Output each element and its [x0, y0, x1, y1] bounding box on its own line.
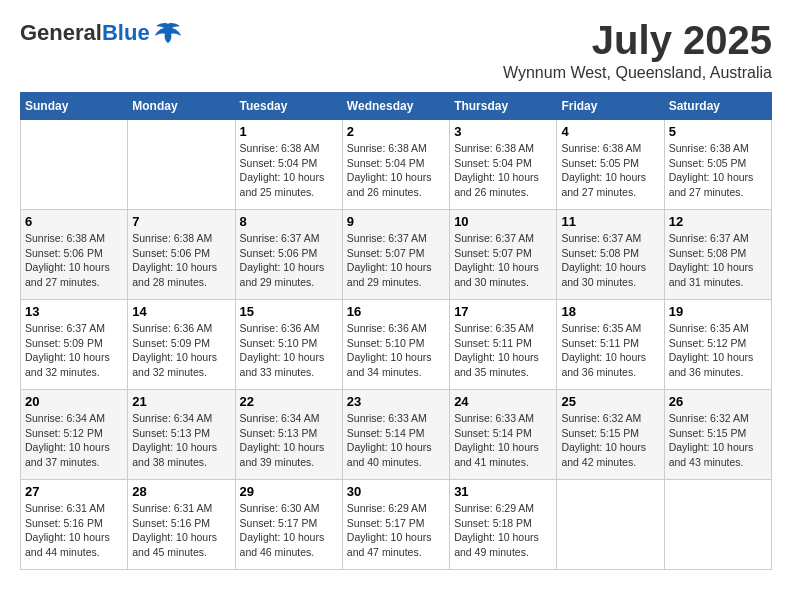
- day-info: Sunrise: 6:29 AM Sunset: 5:17 PM Dayligh…: [347, 501, 445, 560]
- month-year-title: July 2025: [503, 20, 772, 60]
- day-number: 27: [25, 484, 123, 499]
- day-info: Sunrise: 6:34 AM Sunset: 5:13 PM Dayligh…: [132, 411, 230, 470]
- day-number: 11: [561, 214, 659, 229]
- day-number: 10: [454, 214, 552, 229]
- day-number: 9: [347, 214, 445, 229]
- calendar-day-cell: [128, 120, 235, 210]
- calendar-day-cell: 23Sunrise: 6:33 AM Sunset: 5:14 PM Dayli…: [342, 390, 449, 480]
- day-info: Sunrise: 6:29 AM Sunset: 5:18 PM Dayligh…: [454, 501, 552, 560]
- calendar-day-cell: 30Sunrise: 6:29 AM Sunset: 5:17 PM Dayli…: [342, 480, 449, 570]
- calendar-day-cell: 22Sunrise: 6:34 AM Sunset: 5:13 PM Dayli…: [235, 390, 342, 480]
- day-info: Sunrise: 6:35 AM Sunset: 5:11 PM Dayligh…: [561, 321, 659, 380]
- day-number: 7: [132, 214, 230, 229]
- day-number: 18: [561, 304, 659, 319]
- logo-blue: Blue: [102, 20, 150, 45]
- calendar-day-cell: 2Sunrise: 6:38 AM Sunset: 5:04 PM Daylig…: [342, 120, 449, 210]
- calendar-day-cell: 31Sunrise: 6:29 AM Sunset: 5:18 PM Dayli…: [450, 480, 557, 570]
- calendar-weekday-header: Thursday: [450, 93, 557, 120]
- calendar-day-cell: 9Sunrise: 6:37 AM Sunset: 5:07 PM Daylig…: [342, 210, 449, 300]
- day-info: Sunrise: 6:36 AM Sunset: 5:10 PM Dayligh…: [240, 321, 338, 380]
- calendar-header-row: SundayMondayTuesdayWednesdayThursdayFrid…: [21, 93, 772, 120]
- day-info: Sunrise: 6:35 AM Sunset: 5:11 PM Dayligh…: [454, 321, 552, 380]
- calendar-weekday-header: Tuesday: [235, 93, 342, 120]
- calendar-day-cell: [21, 120, 128, 210]
- logo-general: General: [20, 20, 102, 45]
- calendar-day-cell: 17Sunrise: 6:35 AM Sunset: 5:11 PM Dayli…: [450, 300, 557, 390]
- calendar-day-cell: [557, 480, 664, 570]
- day-info: Sunrise: 6:37 AM Sunset: 5:08 PM Dayligh…: [669, 231, 767, 290]
- calendar-day-cell: 5Sunrise: 6:38 AM Sunset: 5:05 PM Daylig…: [664, 120, 771, 210]
- calendar-day-cell: 19Sunrise: 6:35 AM Sunset: 5:12 PM Dayli…: [664, 300, 771, 390]
- calendar-day-cell: 25Sunrise: 6:32 AM Sunset: 5:15 PM Dayli…: [557, 390, 664, 480]
- day-number: 2: [347, 124, 445, 139]
- calendar-day-cell: 4Sunrise: 6:38 AM Sunset: 5:05 PM Daylig…: [557, 120, 664, 210]
- calendar-week-row: 13Sunrise: 6:37 AM Sunset: 5:09 PM Dayli…: [21, 300, 772, 390]
- logo-bird-icon: [154, 22, 182, 44]
- calendar-day-cell: 12Sunrise: 6:37 AM Sunset: 5:08 PM Dayli…: [664, 210, 771, 300]
- day-info: Sunrise: 6:38 AM Sunset: 5:04 PM Dayligh…: [347, 141, 445, 200]
- title-block: July 2025 Wynnum West, Queensland, Austr…: [503, 20, 772, 82]
- day-number: 24: [454, 394, 552, 409]
- day-number: 25: [561, 394, 659, 409]
- day-info: Sunrise: 6:37 AM Sunset: 5:07 PM Dayligh…: [347, 231, 445, 290]
- day-info: Sunrise: 6:32 AM Sunset: 5:15 PM Dayligh…: [561, 411, 659, 470]
- calendar-day-cell: 27Sunrise: 6:31 AM Sunset: 5:16 PM Dayli…: [21, 480, 128, 570]
- calendar-weekday-header: Sunday: [21, 93, 128, 120]
- day-info: Sunrise: 6:32 AM Sunset: 5:15 PM Dayligh…: [669, 411, 767, 470]
- calendar-day-cell: 8Sunrise: 6:37 AM Sunset: 5:06 PM Daylig…: [235, 210, 342, 300]
- calendar-day-cell: 14Sunrise: 6:36 AM Sunset: 5:09 PM Dayli…: [128, 300, 235, 390]
- day-info: Sunrise: 6:37 AM Sunset: 5:06 PM Dayligh…: [240, 231, 338, 290]
- day-number: 21: [132, 394, 230, 409]
- calendar-day-cell: [664, 480, 771, 570]
- day-number: 31: [454, 484, 552, 499]
- day-number: 12: [669, 214, 767, 229]
- calendar-day-cell: 10Sunrise: 6:37 AM Sunset: 5:07 PM Dayli…: [450, 210, 557, 300]
- day-info: Sunrise: 6:37 AM Sunset: 5:08 PM Dayligh…: [561, 231, 659, 290]
- day-info: Sunrise: 6:31 AM Sunset: 5:16 PM Dayligh…: [132, 501, 230, 560]
- day-number: 16: [347, 304, 445, 319]
- location-subtitle: Wynnum West, Queensland, Australia: [503, 64, 772, 82]
- calendar-day-cell: 11Sunrise: 6:37 AM Sunset: 5:08 PM Dayli…: [557, 210, 664, 300]
- day-number: 8: [240, 214, 338, 229]
- day-number: 5: [669, 124, 767, 139]
- calendar-table: SundayMondayTuesdayWednesdayThursdayFrid…: [20, 92, 772, 570]
- day-number: 23: [347, 394, 445, 409]
- calendar-weekday-header: Wednesday: [342, 93, 449, 120]
- logo: GeneralBlue: [20, 20, 182, 46]
- day-info: Sunrise: 6:38 AM Sunset: 5:06 PM Dayligh…: [25, 231, 123, 290]
- day-number: 30: [347, 484, 445, 499]
- day-number: 1: [240, 124, 338, 139]
- day-info: Sunrise: 6:34 AM Sunset: 5:12 PM Dayligh…: [25, 411, 123, 470]
- day-number: 29: [240, 484, 338, 499]
- day-number: 3: [454, 124, 552, 139]
- day-number: 20: [25, 394, 123, 409]
- day-info: Sunrise: 6:38 AM Sunset: 5:05 PM Dayligh…: [561, 141, 659, 200]
- day-number: 13: [25, 304, 123, 319]
- calendar-day-cell: 21Sunrise: 6:34 AM Sunset: 5:13 PM Dayli…: [128, 390, 235, 480]
- calendar-day-cell: 7Sunrise: 6:38 AM Sunset: 5:06 PM Daylig…: [128, 210, 235, 300]
- calendar-week-row: 6Sunrise: 6:38 AM Sunset: 5:06 PM Daylig…: [21, 210, 772, 300]
- day-number: 15: [240, 304, 338, 319]
- calendar-day-cell: 18Sunrise: 6:35 AM Sunset: 5:11 PM Dayli…: [557, 300, 664, 390]
- day-info: Sunrise: 6:33 AM Sunset: 5:14 PM Dayligh…: [454, 411, 552, 470]
- day-number: 28: [132, 484, 230, 499]
- day-info: Sunrise: 6:37 AM Sunset: 5:09 PM Dayligh…: [25, 321, 123, 380]
- calendar-day-cell: 29Sunrise: 6:30 AM Sunset: 5:17 PM Dayli…: [235, 480, 342, 570]
- calendar-weekday-header: Monday: [128, 93, 235, 120]
- day-info: Sunrise: 6:38 AM Sunset: 5:05 PM Dayligh…: [669, 141, 767, 200]
- day-info: Sunrise: 6:36 AM Sunset: 5:09 PM Dayligh…: [132, 321, 230, 380]
- day-number: 22: [240, 394, 338, 409]
- day-info: Sunrise: 6:35 AM Sunset: 5:12 PM Dayligh…: [669, 321, 767, 380]
- calendar-day-cell: 15Sunrise: 6:36 AM Sunset: 5:10 PM Dayli…: [235, 300, 342, 390]
- calendar-day-cell: 1Sunrise: 6:38 AM Sunset: 5:04 PM Daylig…: [235, 120, 342, 210]
- day-info: Sunrise: 6:38 AM Sunset: 5:04 PM Dayligh…: [454, 141, 552, 200]
- day-info: Sunrise: 6:38 AM Sunset: 5:04 PM Dayligh…: [240, 141, 338, 200]
- calendar-weekday-header: Saturday: [664, 93, 771, 120]
- day-info: Sunrise: 6:36 AM Sunset: 5:10 PM Dayligh…: [347, 321, 445, 380]
- calendar-day-cell: 16Sunrise: 6:36 AM Sunset: 5:10 PM Dayli…: [342, 300, 449, 390]
- day-number: 26: [669, 394, 767, 409]
- day-number: 4: [561, 124, 659, 139]
- calendar-day-cell: 3Sunrise: 6:38 AM Sunset: 5:04 PM Daylig…: [450, 120, 557, 210]
- calendar-day-cell: 13Sunrise: 6:37 AM Sunset: 5:09 PM Dayli…: [21, 300, 128, 390]
- day-info: Sunrise: 6:31 AM Sunset: 5:16 PM Dayligh…: [25, 501, 123, 560]
